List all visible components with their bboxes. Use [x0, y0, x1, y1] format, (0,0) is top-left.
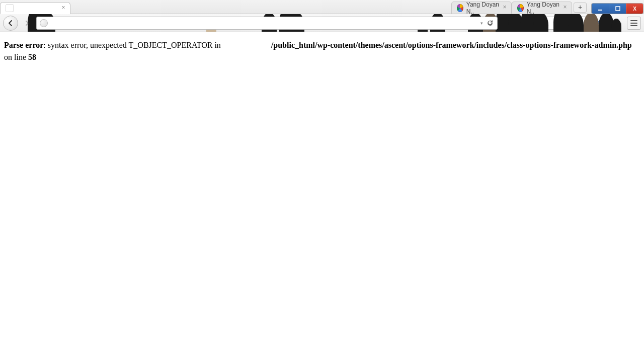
close-tab-icon[interactable]: ×: [501, 4, 508, 11]
history-dropdown-icon[interactable]: ▾: [480, 21, 483, 26]
tab-bg-2[interactable]: Yang Doyan N.. ×: [512, 2, 572, 14]
window-minimize-button[interactable]: [592, 4, 609, 14]
tab-bg-1[interactable]: Yang Doyan N.. ×: [451, 2, 512, 14]
window-close-button[interactable]: X: [626, 4, 643, 14]
tab-strip: × Yang Doyan N.. × Yang Doyan N.. × + X: [0, 0, 644, 14]
left-tabs: ×: [0, 0, 70, 14]
page-content: Parse error: syntax error, unexpected T_…: [0, 32, 644, 70]
svg-rect-0: [598, 10, 602, 11]
tab-active[interactable]: ×: [0, 2, 70, 14]
hamburger-bar-icon: [630, 25, 637, 26]
google-chip-icon[interactable]: g: [504, 19, 508, 27]
hamburger-bar-icon: [630, 23, 637, 24]
error-line: 58: [28, 53, 36, 61]
app-menu-button[interactable]: [627, 17, 641, 30]
back-button[interactable]: [3, 16, 18, 31]
search-engine-dropdown-icon[interactable]: ▾: [511, 20, 513, 26]
picasa-icon: [517, 4, 524, 12]
svg-rect-4: [600, 25, 605, 26]
url-bar[interactable]: ▾: [36, 17, 498, 30]
tab-bg-1-title: Yang Doyan N..: [466, 1, 500, 15]
error-msg-2: on line: [4, 53, 28, 61]
downloads-button[interactable]: [597, 17, 609, 29]
home-button[interactable]: [612, 17, 624, 29]
error-msg-1: : syntax error, unexpected T_OBJECT_OPER…: [43, 41, 223, 49]
close-tab-icon[interactable]: ×: [60, 5, 67, 12]
error-label: Parse error: [4, 41, 43, 49]
toolbar: ▾ g ▾: [0, 14, 644, 32]
hamburger-bar-icon: [630, 20, 637, 21]
right-tabs: Yang Doyan N.. × Yang Doyan N.. × +: [451, 0, 590, 14]
picasa-icon: [457, 4, 463, 12]
search-box[interactable]: g ▾: [501, 17, 594, 30]
site-identity-icon[interactable]: [40, 19, 48, 27]
error-path: /public_html/wp-content/themes/ascent/op…: [271, 41, 632, 49]
forward-button[interactable]: [21, 17, 33, 29]
tab-bg-2-title: Yang Doyan N..: [527, 1, 560, 15]
window-maximize-button[interactable]: [609, 4, 626, 14]
new-tab-button[interactable]: +: [574, 3, 587, 13]
reload-button[interactable]: [486, 19, 494, 27]
url-input[interactable]: [51, 19, 480, 27]
close-tab-icon[interactable]: ×: [561, 4, 569, 11]
window-controls: X: [592, 4, 643, 14]
svg-rect-1: [616, 7, 620, 11]
search-input[interactable]: [516, 19, 594, 27]
favicon-blank-icon: [6, 4, 14, 12]
url-right-controls: ▾: [480, 19, 494, 27]
